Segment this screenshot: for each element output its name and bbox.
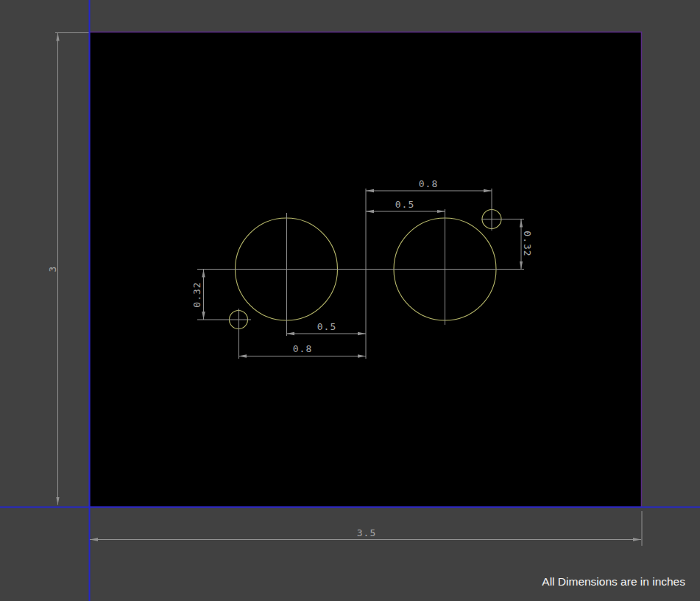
dim-plate-width: 3.5 bbox=[90, 527, 641, 540]
drawing-canvas: 3 0.8 bbox=[0, 0, 700, 601]
dim-label-bottom-outer: 0.8 bbox=[293, 343, 312, 354]
dim-label-bottom-inner: 0.5 bbox=[317, 321, 336, 332]
dim-label-top-inner: 0.5 bbox=[395, 199, 414, 210]
dim-label-right-vertical: 0.32 bbox=[522, 231, 533, 256]
units-note: All Dimensions are in inches bbox=[542, 574, 685, 590]
dim-label-plate-height: 3 bbox=[47, 266, 58, 273]
dim-label-top-outer: 0.8 bbox=[419, 178, 438, 189]
dim-label-plate-width: 3.5 bbox=[357, 527, 376, 538]
cad-viewport[interactable]: 3 0.8 bbox=[0, 0, 700, 601]
dim-label-left-vertical: 0.32 bbox=[191, 281, 202, 307]
dim-plate-height: 3 bbox=[47, 33, 89, 505]
